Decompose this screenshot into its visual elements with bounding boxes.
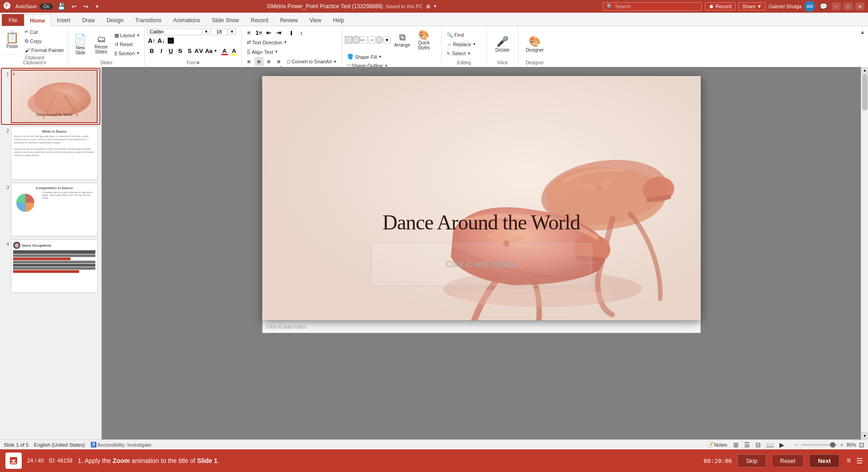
shape-rect[interactable] — [345, 36, 352, 43]
change-case-dropdown[interactable]: ▼ — [214, 49, 217, 53]
tab-animations[interactable]: Animations — [167, 14, 206, 26]
decrease-indent-btn[interactable]: ⇤ — [264, 28, 274, 37]
minimize-btn[interactable]: ─ — [832, 3, 841, 10]
section-dropdown[interactable]: ▼ — [137, 51, 140, 55]
zoom-in-btn[interactable]: + — [840, 441, 844, 448]
line-spacing-btn[interactable]: ↕ — [297, 28, 306, 37]
zoom-out-btn[interactable]: − — [795, 441, 798, 448]
view-outline[interactable]: ☰ — [743, 441, 751, 449]
zoom-slider[interactable] — [801, 444, 837, 446]
qat-undo[interactable]: ↩ — [70, 2, 79, 11]
replace-button[interactable]: ↔ Replace ▼ — [444, 40, 478, 48]
search-box[interactable]: 🔍 Search — [603, 2, 702, 11]
tab-file[interactable]: File — [2, 14, 24, 26]
increase-indent-btn[interactable]: ⇥ — [274, 28, 283, 37]
scroll-down-btn[interactable]: ▼ — [861, 432, 868, 439]
decrease-font-btn[interactable]: A↓ — [157, 36, 166, 45]
quick-styles-button[interactable]: 🎨 Quick Styles — [414, 28, 434, 52]
shape-rounded-rect[interactable] — [353, 36, 360, 43]
align-left-btn[interactable]: ≡ — [245, 57, 254, 66]
copy-button[interactable]: ⧉ Copy — [23, 37, 66, 45]
find-button[interactable]: 🔍 Find — [444, 31, 478, 39]
slide-thumb-1[interactable]: 1 * — [2, 69, 99, 124]
font-family-selector[interactable] — [147, 28, 202, 35]
tab-home[interactable]: Home — [24, 14, 51, 26]
clipboard-dialog-launcher[interactable]: ⧉ — [43, 61, 46, 65]
italic-btn[interactable]: I — [157, 46, 166, 55]
restore-btn[interactable]: □ — [844, 3, 853, 10]
tab-insert[interactable]: Insert — [51, 14, 76, 26]
qat-customize[interactable]: ▼ — [93, 3, 101, 10]
change-case-btn[interactable]: Aa — [204, 46, 213, 55]
new-slide-button[interactable]: 📄 New Slide — [71, 33, 90, 56]
layout-dropdown[interactable]: ▼ — [137, 33, 140, 38]
slide-thumb-4[interactable]: 4 🌸 Dance Occupations — [2, 238, 99, 294]
notes-bar[interactable]: Click to add notes — [262, 320, 701, 333]
paste-button[interactable]: 📋 Paste — [3, 28, 22, 52]
qat-save[interactable]: 💾 — [56, 2, 67, 11]
numbered-list-btn[interactable]: 1≡ — [255, 28, 264, 37]
autosave-toggle[interactable]: On — [40, 4, 53, 10]
tab-review[interactable]: Review — [274, 14, 303, 26]
qat-redo[interactable]: ↪ — [81, 2, 90, 11]
scroll-thumb-right[interactable] — [862, 74, 868, 110]
columns-btn[interactable]: ⫿ — [287, 28, 296, 37]
char-spacing-btn[interactable]: AV — [195, 46, 204, 55]
list-icon[interactable]: ☰ — [856, 457, 863, 465]
font-size-dropdown[interactable]: ▼ — [228, 29, 236, 35]
zoom-level[interactable]: 95% — [846, 442, 856, 448]
arrange-button[interactable]: ⧉ Arrange — [392, 28, 413, 52]
clear-format-btn[interactable]: 🅰 — [166, 36, 175, 45]
shape-oval[interactable] — [376, 36, 383, 43]
strikethrough-btn[interactable]: S — [176, 46, 185, 55]
record-btn[interactable]: ⏺ Record — [705, 2, 735, 10]
view-slideshow[interactable]: ▶ — [778, 441, 786, 449]
settings-icon[interactable]: ≡ — [847, 457, 851, 465]
shape-arrow[interactable]: → — [368, 36, 375, 43]
format-painter-button[interactable]: 🖌 Format Painter — [23, 46, 66, 54]
font-dialog-launcher[interactable]: ⧉ — [197, 61, 199, 65]
view-normal[interactable]: ⊞ — [732, 441, 740, 449]
slide-preview-3[interactable]: Competition in Dance — [11, 183, 98, 236]
comment-icon[interactable]: 💬 — [818, 2, 829, 11]
close-btn[interactable]: ✕ — [855, 3, 864, 10]
dropdown-arrow-title[interactable]: ▼ — [433, 4, 437, 9]
font-size-input[interactable] — [211, 28, 227, 35]
slide-preview-4[interactable]: 🌸 Dance Occupations — [11, 239, 98, 293]
reset-button[interactable]: Reset — [772, 454, 804, 467]
collapse-ribbon-btn[interactable]: ▲ — [858, 28, 867, 36]
slide-thumb-3[interactable]: 3 Competition in Dance — [2, 182, 99, 237]
slide-thumb-2[interactable]: 2 What is Dance Dance is an art form tha… — [2, 125, 99, 181]
bold-btn[interactable]: B — [147, 46, 156, 55]
shape-line[interactable]: ─ — [360, 36, 368, 43]
tab-design[interactable]: Design — [101, 14, 129, 26]
reuse-slides-button[interactable]: 🗂 Reuse Slides — [91, 33, 111, 56]
view-slide-sorter[interactable]: ⊟ — [754, 441, 762, 449]
shape-fill-btn[interactable]: 🪣 Shape Fill ▼ — [345, 52, 393, 61]
share-btn[interactable]: Share ▼ — [738, 2, 766, 10]
increase-font-btn[interactable]: A↑ — [147, 36, 156, 45]
canvas-area[interactable]: Dance Around the World Click to add subt… — [102, 67, 861, 439]
skip-button[interactable]: Skip — [737, 454, 766, 467]
shadow-btn[interactable]: S — [185, 46, 194, 55]
tab-slideshow[interactable]: Slide Show — [206, 14, 245, 26]
justify-btn[interactable]: ≡ — [274, 57, 283, 66]
slide-canvas[interactable]: Dance Around the World Click to add subt… — [262, 76, 701, 320]
slide-preview-1[interactable]: * — [11, 70, 98, 123]
slide-title[interactable]: Dance Around the World — [382, 210, 580, 234]
shape-more[interactable]: ▼ — [383, 36, 391, 43]
slide-preview-2[interactable]: What is Dance Dance is an art form that … — [11, 126, 98, 180]
cut-button[interactable]: ✂ Cut — [23, 28, 66, 36]
tab-draw[interactable]: Draw — [76, 14, 101, 26]
underline-btn[interactable]: U — [166, 46, 175, 55]
dictate-button[interactable]: 🎤 Dictate — [491, 33, 514, 56]
select-button[interactable]: ↖ Select ▼ — [444, 49, 478, 58]
notes-toggle[interactable]: 📝 Notes — [705, 441, 729, 448]
designer-button[interactable]: 🎨 Designer — [521, 33, 548, 56]
tab-help[interactable]: Help — [327, 14, 350, 26]
align-right-btn[interactable]: ≡ — [264, 57, 274, 66]
right-scrollbar[interactable]: ▲ ▼ — [861, 67, 868, 439]
next-button[interactable]: Next — [809, 454, 839, 467]
highlight-btn[interactable]: A — [230, 46, 239, 55]
align-text-btn[interactable]: ⣿ Align Text ▼ — [245, 48, 280, 56]
